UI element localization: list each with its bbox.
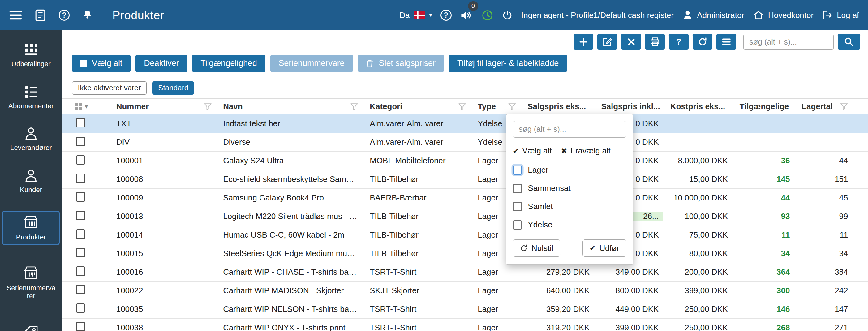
row-checkbox[interactable] <box>76 137 85 146</box>
row-checkbox[interactable] <box>76 248 85 257</box>
row-checkbox[interactable] <box>76 322 85 331</box>
row-checkbox[interactable] <box>76 303 85 313</box>
deselect-all-link[interactable]: ✖ Fravælg alt <box>561 146 611 155</box>
column-header-salgspris-eks[interactable]: Salgspris eks... <box>520 102 594 111</box>
table-row[interactable]: 100008 Eco-shield skærmbeskyttelse Samsu… <box>62 170 868 189</box>
chevron-down-icon: ▾ <box>429 12 432 18</box>
cell-kostpris-eks: 10.000,00 DKK <box>663 193 733 202</box>
sidebar-item-produkter[interactable]: Produkter <box>2 211 60 245</box>
column-header-navn[interactable]: Navn <box>216 102 363 111</box>
column-header-lagertal[interactable]: Lagertal <box>795 102 852 111</box>
cell-lagertal: 242 <box>795 286 852 295</box>
help-icon[interactable]: ? <box>59 9 70 21</box>
table-row[interactable]: 100009 Samsung Galaxy Book4 Pro BAERB-Bæ… <box>62 189 868 207</box>
table-row[interactable]: 100016 Carhartt WIP - CHASE - T-shirts b… <box>62 263 868 281</box>
bell-icon[interactable] <box>81 9 93 22</box>
edit-button[interactable] <box>597 34 617 50</box>
cell-tilgaengelige: 93 <box>732 212 794 221</box>
column-header-salgspris-inkl[interactable]: Salgspris inkl... <box>594 102 663 111</box>
chip-not-activated[interactable]: Ikke aktiveret varer <box>72 81 147 95</box>
availability-button[interactable]: Tilgængelighed <box>192 55 265 72</box>
danish-flag-icon <box>413 11 425 19</box>
column-header-nummer[interactable]: Nummer <box>109 102 216 111</box>
chevron-down-icon[interactable]: ▾ <box>85 102 88 111</box>
cell-lagertal: 151 <box>795 175 852 184</box>
table-row[interactable]: 100014 Humac USB C-C, 60W kabel - 2m TIL… <box>62 226 868 244</box>
menu-button[interactable] <box>716 34 736 50</box>
add-to-stock-label-draft-button[interactable]: Tilføj til lager- & labelkladde <box>449 55 567 72</box>
grid-icon[interactable] <box>75 103 82 110</box>
apply-button[interactable]: ✔ Udfør <box>583 239 626 257</box>
table-row[interactable]: 100038 Carhartt WIP ONYX - T-shirts prin… <box>62 319 868 331</box>
sidebar-item-udbetalinger[interactable]: Udbetalinger <box>2 39 60 72</box>
location-menu[interactable]: Hovedkontor <box>753 9 813 21</box>
sidebar-item-leverandorer[interactable]: Leverandører <box>2 122 60 156</box>
deactivate-button[interactable]: Deaktiver <box>135 55 187 72</box>
table-row[interactable]: 100022 Carhartt WIP MADISON - Skjorter S… <box>62 281 868 300</box>
checkbox[interactable] <box>513 184 522 193</box>
cell-lagertal: 45 <box>795 193 852 202</box>
table-row[interactable]: TXT Indtast tekst her Alm.varer-Alm. var… <box>62 115 868 133</box>
filter-funnel-icon <box>350 103 358 111</box>
search-input[interactable] <box>743 34 834 50</box>
table-row[interactable]: 100001 Galaxy S24 Ultra MOBL-Mobiltelefo… <box>62 152 868 170</box>
select-all-button[interactable]: Vælg alt <box>72 55 131 72</box>
row-checkbox[interactable] <box>76 285 85 294</box>
checkbox[interactable] <box>513 220 522 230</box>
sidebar-item-labels[interactable] <box>2 322 60 331</box>
checkbox[interactable] <box>513 166 522 175</box>
journal-icon[interactable] <box>34 9 47 22</box>
table-row[interactable]: 100035 Carhartt WIP NELSON - T-shirts ba… <box>62 300 868 319</box>
chip-standard[interactable]: Standard <box>152 81 194 95</box>
filter-option-sammensat[interactable]: Sammensat <box>513 184 626 193</box>
filter-option-lager[interactable]: Lager <box>513 166 626 175</box>
filter-funnel-icon <box>204 103 212 111</box>
reset-button[interactable]: Nulstil <box>513 239 560 257</box>
row-checkbox[interactable] <box>76 229 85 239</box>
power-icon[interactable] <box>502 9 513 21</box>
user-menu[interactable]: Administrator <box>682 9 744 21</box>
search-button[interactable] <box>838 34 860 50</box>
row-checkbox[interactable] <box>76 192 85 201</box>
checkbox[interactable] <box>513 202 522 211</box>
table-row[interactable]: 100015 SteelSeries QcK Edge Medium musem… <box>62 244 868 263</box>
close-button[interactable] <box>621 34 641 50</box>
serial-number-button[interactable]: Serienummervare <box>270 55 353 72</box>
table-row[interactable]: 100013 Logitech M220 Silent trådløs mus … <box>62 207 868 226</box>
popup-search-input[interactable] <box>513 121 626 138</box>
column-header-tilgaengelige[interactable]: Tilgængelige <box>732 102 794 111</box>
cell-kostpris-eks: 399,00 DKK <box>663 286 733 295</box>
filter-option-ydelse[interactable]: Ydelse <box>513 220 626 230</box>
table-row[interactable]: DIV Diverse Alm.varer-Alm. varer Ydelse … <box>62 133 868 152</box>
select-all-link[interactable]: ✔ Vælg alt <box>513 146 552 155</box>
toolbar: ? <box>62 30 868 50</box>
cell-salgspris-inkl: 800,00 DKK <box>594 286 663 295</box>
help-button[interactable]: ? <box>669 34 689 50</box>
column-header-kategori[interactable]: Kategori <box>363 102 470 111</box>
volume-icon[interactable]: 0 <box>460 9 473 22</box>
delete-sales-prices-button[interactable]: Slet salgspriser <box>358 55 444 72</box>
column-header-kostpris-eks[interactable]: Kostpris eks... <box>663 102 733 111</box>
language-selector[interactable]: Da ▾ <box>399 11 432 20</box>
refresh-button[interactable] <box>692 34 712 50</box>
cell-tilgaengelige: 36 <box>732 156 794 165</box>
row-checkbox[interactable] <box>76 266 85 276</box>
check-icon: ✔ <box>513 147 519 155</box>
add-button[interactable] <box>574 34 593 50</box>
row-checkbox[interactable] <box>76 174 85 183</box>
column-header-type[interactable]: Type <box>470 102 520 111</box>
filter-option-samlet[interactable]: Samlet <box>513 202 626 211</box>
row-checkbox[interactable] <box>76 211 85 220</box>
row-checkbox[interactable] <box>76 118 85 127</box>
print-button[interactable] <box>645 34 665 50</box>
hamburger-menu-icon[interactable] <box>9 9 22 21</box>
clock-icon[interactable] <box>481 9 493 21</box>
plus-icon <box>579 37 588 47</box>
logout-button[interactable]: Log af <box>822 9 859 21</box>
sidebar-item-abonnementer[interactable]: Abonnementer <box>2 81 60 114</box>
row-checkbox[interactable] <box>76 155 85 164</box>
help-icon[interactable]: ? <box>440 9 452 21</box>
sidebar-item-kunder[interactable]: Kunder <box>2 164 60 198</box>
cell-kategori: TSRT-T-Shirt <box>363 268 470 276</box>
sidebar-item-serienummervarer[interactable]: Serienummervarer <box>2 262 60 304</box>
